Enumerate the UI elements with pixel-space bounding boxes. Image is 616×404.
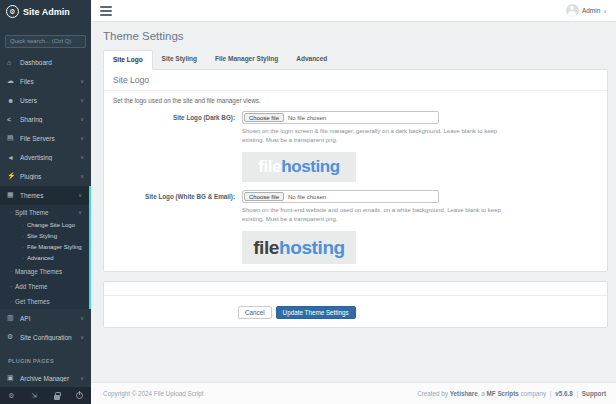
sidebar-item-label: Sharing	[20, 116, 80, 123]
dark-bg-file-input[interactable]: Choose file No file chosen	[242, 111, 439, 124]
sidebar-item-label: Split Theme	[15, 209, 78, 216]
sidebar-item-plugins[interactable]: Plugins ∨	[0, 167, 91, 186]
chevron-down-icon: ∨	[80, 154, 84, 160]
tab-site-logo[interactable]: Site Logo	[103, 50, 153, 70]
choose-file-button[interactable]: Choose file	[244, 192, 284, 201]
sidebar-menu: Dashboard Files ∨ Users ∨ Sharing ∨ File…	[0, 53, 91, 394]
user-menu[interactable]: Admin ∨	[566, 4, 607, 17]
logo-text-file: file	[258, 157, 281, 177]
vendor-link[interactable]: Yetishare	[450, 390, 478, 397]
sidebar-item-label: Advanced	[27, 255, 82, 261]
field-help-text: Shown on the front-end website and used …	[242, 206, 520, 224]
white-bg-logo-preview: filehosting	[242, 231, 356, 264]
share-icon	[7, 116, 18, 123]
site-logo-panel: Site Logo Set the logo used on the site …	[103, 69, 608, 272]
sidebar-item-site-styling[interactable]: Site Styling	[0, 231, 89, 242]
sidebar-item-files[interactable]: Files ∨	[0, 72, 91, 91]
sidebar-item-get-themes[interactable]: Get Themes	[0, 294, 89, 309]
sidebar-item-label: Plugins	[20, 173, 80, 180]
sidebar-item-label: File Manager Styling	[27, 244, 82, 250]
field-label: Site Logo (Dark BG):	[113, 111, 235, 182]
sidebar-search	[0, 23, 91, 53]
page-footer: Copyright © 2024 File Upload Script Crea…	[91, 382, 616, 404]
sidebar-item-label: Advertising	[20, 154, 80, 161]
separator: |	[550, 390, 552, 397]
logo-text-hosting: hosting	[281, 157, 340, 177]
chevron-down-icon: ∨	[80, 173, 84, 179]
connector-text: , a	[478, 390, 485, 397]
chevron-down-icon: ∨	[80, 315, 84, 321]
chevron-down-icon: ∨	[80, 375, 84, 381]
choose-file-button[interactable]: Choose file	[244, 113, 284, 122]
tab-file-manager-styling[interactable]: File Manager Styling	[206, 50, 287, 69]
company-link[interactable]: MF Scripts	[487, 390, 519, 397]
cloud-upload-icon	[7, 77, 18, 85]
sidebar-item-label: File Servers	[20, 135, 80, 142]
chevron-down-icon: ∨	[603, 8, 607, 14]
tab-bar: Site Logo Site Styling File Manager Styl…	[103, 50, 608, 69]
sidebar-item-label: Archive Manager	[20, 375, 80, 382]
sidebar-item-archive-manager[interactable]: Archive Manager ∨	[0, 369, 91, 388]
menu-toggle-button[interactable]	[100, 4, 112, 18]
sidebar-toolbar: ⚙ ⇲	[0, 387, 91, 404]
sidebar-item-label: Site Configuration	[20, 334, 80, 341]
sidebar-item-site-configuration[interactable]: Site Configuration ∨	[0, 328, 91, 347]
white-bg-file-input[interactable]: Choose file No file chosen	[242, 190, 439, 203]
settings-icon[interactable]: ⚙	[5, 390, 17, 402]
sidebar-item-label: Themes	[20, 192, 78, 199]
sidebar-item-api[interactable]: API ∨	[0, 309, 91, 328]
sidebar-item-dashboard[interactable]: Dashboard	[0, 53, 91, 72]
cancel-button[interactable]: Cancel	[238, 306, 272, 319]
brand[interactable]: Site Admin	[0, 0, 91, 23]
lock-icon[interactable]	[51, 390, 63, 402]
company-suffix-text: company	[521, 390, 547, 397]
sidebar-item-users[interactable]: Users ∨	[0, 91, 91, 110]
sidebar-item-advertising[interactable]: Advertising ∨	[0, 148, 91, 167]
sidebar-item-split-theme[interactable]: Split Theme ∨	[0, 205, 89, 220]
sidebar-item-themes[interactable]: Themes ∨	[0, 186, 89, 205]
version-text: v5.6.8	[555, 390, 573, 397]
sidebar-item-change-site-logo[interactable]: Change Site Logo	[0, 220, 89, 231]
fullscreen-icon[interactable]: ⇲	[28, 390, 40, 402]
support-link[interactable]: Support	[582, 390, 606, 397]
themes-submenu: Split Theme ∨ Change Site Logo Site Styl…	[0, 205, 89, 309]
image-icon	[7, 191, 18, 199]
separator: |	[576, 390, 578, 397]
lock-shape	[54, 395, 60, 400]
chevron-down-icon: ∨	[80, 334, 84, 340]
sidebar-item-label: API	[20, 315, 80, 322]
chevron-down-icon: ∨	[80, 116, 84, 122]
tab-advanced[interactable]: Advanced	[287, 50, 336, 69]
database-icon	[7, 314, 18, 322]
sidebar-item-advanced[interactable]: Advanced	[0, 253, 89, 264]
brand-title: Site Admin	[23, 7, 70, 17]
site-admin-logo-icon	[6, 5, 19, 18]
sidebar-item-label: Manage Themes	[15, 268, 82, 275]
quick-search-input[interactable]	[5, 35, 86, 48]
panel-body: Set the logo used on the site and file m…	[104, 91, 607, 272]
tab-site-styling[interactable]: Site Styling	[153, 50, 206, 69]
field-control: Choose file No file chosen Shown on the …	[242, 111, 520, 182]
update-theme-settings-button[interactable]: Update Theme Settings	[276, 306, 356, 319]
sidebar-item-file-servers[interactable]: File Servers ∨	[0, 129, 91, 148]
sidebar-item-manage-themes[interactable]: Manage Themes	[0, 264, 89, 279]
sidebar-item-label: Change Site Logo	[27, 222, 82, 228]
sidebar-item-label: Site Styling	[27, 233, 82, 239]
power-shape	[76, 392, 83, 399]
top-bar: Admin ∨	[91, 0, 616, 22]
sidebar-item-file-manager-styling[interactable]: File Manager Styling	[0, 242, 89, 253]
megaphone-icon	[7, 154, 18, 161]
sidebar-item-add-theme[interactable]: Add Theme	[0, 279, 89, 294]
power-icon[interactable]	[74, 390, 86, 402]
server-icon	[7, 134, 18, 142]
sidebar: Site Admin Dashboard Files ∨ Users ∨ Sha…	[0, 0, 91, 404]
gear-icon	[7, 333, 18, 341]
plug-icon	[7, 172, 18, 180]
field-control: Choose file No file chosen Shown on the …	[242, 190, 520, 264]
button-row: Cancel Update Theme Settings	[104, 296, 607, 319]
sidebar-item-sharing[interactable]: Sharing ∨	[0, 110, 91, 129]
sidebar-item-label: Files	[20, 78, 80, 85]
sidebar-item-label: Users	[20, 97, 80, 104]
file-status-text: No file chosen	[288, 115, 326, 121]
footer-credits: Created by Yetishare, a MF Scripts compa…	[417, 390, 606, 397]
